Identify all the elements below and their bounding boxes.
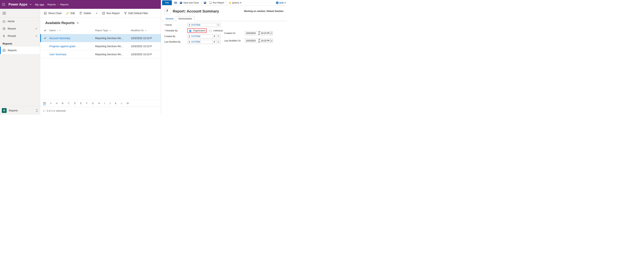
sidebar-item-reports[interactable]: Reports (0, 47, 40, 54)
column-name[interactable]: Name↑ (49, 29, 95, 32)
power-apps-shell: Power Apps My app Reports › Reports Home… (0, 0, 161, 115)
updown-icon[interactable]: ⇵ (212, 40, 216, 44)
actions-menu[interactable]: AActionsctions ▾ (228, 1, 242, 5)
help-link[interactable]: ?Help ▾ (276, 2, 286, 4)
status-bar: 1 - 3 of 3 (1 selected) (40, 107, 161, 115)
chevron-down-icon (35, 35, 38, 37)
run-report-button[interactable]: Run Report (100, 11, 122, 16)
delete-button[interactable]: Delete (78, 11, 93, 16)
alpha-H[interactable]: H (98, 102, 100, 105)
created-on-date[interactable] (245, 31, 258, 35)
updown-icon[interactable]: ⇵ (212, 35, 216, 38)
alpha-L[interactable]: L (121, 102, 122, 105)
clock-icon (2, 27, 6, 30)
app-name[interactable]: My app (35, 3, 44, 6)
chevron-down-icon[interactable] (145, 30, 147, 31)
table-row[interactable]: Progress against goalsReporting Services… (40, 42, 161, 50)
viewable-organization-radio[interactable]: Organization (188, 29, 206, 32)
crumb-1[interactable]: Reports (48, 3, 56, 6)
row-type: Reporting Services Re... (95, 37, 131, 40)
file-tab[interactable]: File (162, 0, 172, 5)
svg-rect-14 (175, 3, 176, 4)
hamburger-button[interactable] (0, 9, 40, 18)
sidebar-footer[interactable]: R Reports (0, 106, 40, 115)
edit-button[interactable]: Edit (64, 11, 77, 16)
alpha-C[interactable]: C (68, 102, 70, 105)
sidebar-item-pinned[interactable]: Pinned (0, 32, 40, 40)
home-icon (2, 20, 6, 23)
select-all-checkbox[interactable] (44, 29, 49, 32)
table-row[interactable]: Account SummaryReporting Services Re...1… (40, 34, 161, 42)
chevron-down-icon[interactable] (30, 3, 32, 6)
modified-by-lookup[interactable]: SYSTEM ⇵ (188, 40, 220, 44)
save-and-close-button[interactable]: Save and Close (179, 1, 199, 5)
created-by-lookup[interactable]: SYSTEM ⇵ (188, 34, 220, 38)
report-icon (102, 12, 105, 15)
svg-point-22 (189, 24, 190, 25)
tb-label: AActionsctions (232, 2, 239, 4)
alpha-D[interactable]: D (74, 102, 76, 105)
sidebar-item-label: Reports (8, 49, 17, 52)
svg-point-3 (2, 4, 3, 5)
view-title[interactable]: Available Reports (40, 18, 161, 27)
form-body: Owner SYSTEM Viewable By Organization In… (161, 21, 287, 46)
sidebar: Home Recent Pinned Reports Reports R Rep… (0, 9, 40, 115)
alpha-I[interactable]: I (104, 102, 105, 105)
time-dropdown-icon[interactable]: ▾ (270, 39, 273, 43)
row-name[interactable]: User Summary (49, 53, 95, 56)
created-by-value: SYSTEM (191, 35, 212, 38)
tab-general[interactable]: General (163, 16, 176, 21)
time-dropdown-icon[interactable]: ▾ (270, 31, 273, 35)
radio-label: Individual (214, 29, 223, 32)
waffle-icon[interactable] (2, 3, 5, 6)
lookup-icon[interactable] (216, 40, 220, 44)
alpha-J[interactable]: J (110, 102, 111, 105)
edit-default-filter-button[interactable]: Edit Default Filter (122, 11, 150, 16)
sidebar-item-recent[interactable]: Recent (0, 25, 40, 32)
cmd-label: Show Chart (48, 12, 62, 15)
cmd-label: Delete (84, 12, 91, 15)
lookup-icon[interactable] (216, 23, 220, 27)
chevron-down-icon[interactable] (59, 30, 61, 31)
created-on-time[interactable] (260, 31, 270, 35)
modified-on-date[interactable] (245, 39, 258, 43)
owner-lookup[interactable]: SYSTEM (188, 23, 220, 27)
alpha-F[interactable]: F (86, 102, 88, 105)
column-type[interactable]: Report Type (95, 29, 131, 32)
chevron-down-icon: ▾ (284, 2, 286, 4)
modified-on-time[interactable] (260, 39, 270, 43)
owner-label: Owner (164, 24, 186, 26)
svg-rect-13 (175, 2, 176, 3)
row-name[interactable]: Account Summary (49, 37, 95, 40)
report-icon (2, 49, 6, 52)
sidebar-item-label: Pinned (8, 35, 16, 38)
overflow-button[interactable] (94, 11, 100, 16)
chevron-down-icon[interactable] (109, 30, 111, 31)
viewable-individual-radio[interactable]: Individual (208, 29, 223, 32)
run-report-toolbar-button[interactable]: Run Report (209, 1, 224, 5)
column-modified[interactable]: Modified On (131, 29, 159, 32)
alpha-A[interactable]: A (56, 102, 58, 105)
crumb-2[interactable]: Reports (60, 3, 68, 6)
alpha-M[interactable]: M (127, 102, 129, 105)
tab-administration[interactable]: Administration (176, 16, 194, 21)
alpha-#[interactable]: # (50, 102, 51, 105)
row-modified: 10/3/2020 10:23 P (131, 37, 159, 40)
alpha-K[interactable]: K (115, 102, 116, 105)
lookup-icon[interactable] (216, 35, 220, 38)
row-name[interactable]: Progress against goals (49, 45, 95, 48)
run-icon (209, 1, 212, 4)
alpha-B[interactable]: B (62, 102, 64, 105)
alpha-All[interactable]: All (43, 102, 46, 105)
updown-icon[interactable] (36, 109, 38, 112)
owner-value: SYSTEM (191, 24, 216, 26)
alpha-E[interactable]: E (80, 102, 82, 105)
alpha-G[interactable]: G (92, 102, 94, 105)
modified-by-value: SYSTEM (191, 41, 212, 43)
sidebar-item-home[interactable]: Home (0, 18, 40, 25)
table-row[interactable]: User SummaryReporting Services Re...10/3… (40, 50, 161, 58)
form-tabs: General Administration (161, 16, 287, 21)
save-and-new-button[interactable] (203, 1, 207, 5)
save-button[interactable] (174, 1, 177, 5)
show-chart-button[interactable]: Show Chart (42, 11, 64, 16)
